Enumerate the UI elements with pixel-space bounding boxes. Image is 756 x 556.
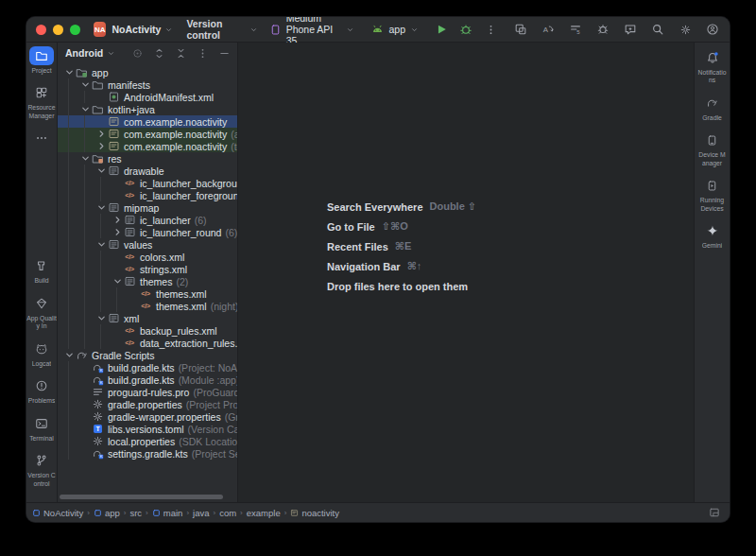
tree-row[interactable]: manifests xyxy=(58,78,237,91)
shortcut-label: Search Everywhere xyxy=(327,201,423,213)
tree-row[interactable]: </>backup_rules.xml xyxy=(58,324,237,337)
tool-window-button-build[interactable]: Build xyxy=(26,256,57,285)
breadcrumb-item[interactable]: main xyxy=(152,508,183,518)
tree-row[interactable]: ic_launcher(6) xyxy=(58,214,237,226)
tree-row[interactable]: Tlibs.versions.toml(Version Catalog) xyxy=(58,423,237,435)
tree-row[interactable]: gradle-wrapper.properties(Gradle Version… xyxy=(58,410,237,423)
breadcrumb-item[interactable]: src xyxy=(129,508,142,518)
code-assist-icon[interactable]: A xyxy=(541,22,556,37)
tree-item-annotation: (androidTest) xyxy=(231,129,237,140)
chevron-down-icon[interactable] xyxy=(95,239,107,250)
tree-row[interactable]: AndroidManifest.xml xyxy=(58,91,237,103)
module-icon xyxy=(32,509,41,517)
tool-window-button-gradle[interactable]: Gradle xyxy=(695,94,730,122)
locate-file-icon[interactable] xyxy=(129,45,145,61)
tree-row[interactable]: app xyxy=(58,66,237,78)
tree-row[interactable]: values xyxy=(58,238,237,251)
tool-window-button-running-devices[interactable]: Running Devices xyxy=(695,176,730,213)
chevron-down-icon[interactable] xyxy=(63,350,75,360)
tool-window-button-logcat[interactable]: Logcat xyxy=(26,339,57,368)
tree-row[interactable]: Kbuild.gradle.kts(Project: NoActivity) xyxy=(58,361,237,374)
tree-row[interactable]: mipmap xyxy=(58,201,237,214)
tree-horizontal-scrollbar[interactable] xyxy=(60,495,230,499)
tool-window-button-gemini[interactable]: Gemini xyxy=(695,221,730,250)
chevron-down-icon[interactable] xyxy=(112,276,123,287)
chevron-down-icon[interactable] xyxy=(79,153,91,164)
tool-window-button-more[interactable] xyxy=(26,129,57,148)
tree-row[interactable]: themes(2) xyxy=(58,275,237,287)
breadcrumb-item[interactable]: example xyxy=(247,508,281,518)
build-variants-icon[interactable]: 5 xyxy=(568,22,583,37)
tree-row[interactable]: proguard-rules.pro(ProGuard Rules for ":… xyxy=(58,386,237,398)
tree-row[interactable]: </>data_extraction_rules.xml xyxy=(58,337,237,349)
chevron-down-icon[interactable] xyxy=(95,202,107,213)
tool-window-button-resource-manager[interactable]: Resource Manager xyxy=(26,83,57,120)
tool-window-button-terminal[interactable]: Terminal xyxy=(26,414,57,443)
chevron-down-icon[interactable] xyxy=(63,67,75,78)
debug-icon[interactable] xyxy=(458,22,473,37)
chevron-down-icon[interactable] xyxy=(95,313,107,323)
chevron-down-icon[interactable] xyxy=(79,104,91,114)
project-view-selector[interactable]: Android xyxy=(65,47,103,59)
tree-row[interactable]: drawable xyxy=(58,165,237,177)
app-inspection-icon[interactable] xyxy=(595,22,610,37)
tool-window-button-notifications[interactable]: Notifications xyxy=(695,48,730,85)
tree-row[interactable]: com.example.noactivity(test) xyxy=(58,140,237,152)
tree-row[interactable]: com.example.noactivity(androidTest) xyxy=(58,128,237,140)
tree-row[interactable]: local.properties(SDK Location) xyxy=(58,435,237,447)
breadcrumb-item[interactable]: java xyxy=(193,508,209,518)
tree-row[interactable]: </>themes.xml xyxy=(58,287,237,300)
close-window-icon[interactable] xyxy=(36,25,46,35)
project-menu[interactable]: NoActivity xyxy=(112,24,173,35)
tree-row[interactable]: xml xyxy=(58,312,237,324)
expand-all-icon[interactable] xyxy=(151,45,166,61)
tree-row[interactable]: ic_launcher_round(6) xyxy=(58,226,237,238)
collapse-all-icon[interactable] xyxy=(173,45,188,61)
gemini-chat-icon[interactable] xyxy=(623,22,638,37)
breadcrumb-item[interactable]: com xyxy=(219,508,236,518)
settings-icon[interactable] xyxy=(678,22,693,37)
hide-panel-icon[interactable] xyxy=(216,45,232,61)
more-kebab-icon[interactable] xyxy=(483,22,498,37)
tree-row[interactable]: Gradle Scripts xyxy=(58,349,237,361)
zoom-window-icon[interactable] xyxy=(70,25,80,35)
tool-window-button-app-quality-in[interactable]: App Quality In xyxy=(26,294,57,331)
tree-item-annotation: (6) xyxy=(195,215,207,226)
editor-layout-icon[interactable] xyxy=(709,507,720,518)
chevron-down-icon[interactable] xyxy=(95,165,107,176)
tree-row[interactable]: com.example.noactivity xyxy=(58,115,237,128)
chevron-right-icon[interactable] xyxy=(112,215,123,225)
tree-row[interactable]: Kbuild.gradle.kts(Module :app) xyxy=(58,374,237,386)
breadcrumb-item[interactable]: noactivity xyxy=(290,508,339,518)
more-kebab-icon[interactable] xyxy=(195,45,210,61)
breadcrumb-item[interactable]: app xyxy=(94,508,120,518)
layout-inspector-icon[interactable] xyxy=(513,22,528,37)
chevron-right-icon[interactable] xyxy=(95,141,107,151)
tool-window-button-problems[interactable]: Problems xyxy=(26,376,57,405)
minimize-window-icon[interactable] xyxy=(53,25,63,35)
search-icon[interactable] xyxy=(650,22,665,37)
chevron-right-icon[interactable] xyxy=(112,227,123,237)
tree-row[interactable]: res xyxy=(58,152,237,165)
tree-row[interactable]: kotlin+java xyxy=(58,103,237,115)
vcs-menu[interactable]: Version control xyxy=(186,18,257,41)
tree-row[interactable]: </>colors.xml xyxy=(58,251,237,263)
tool-window-label: Version Control xyxy=(26,472,57,488)
chevron-down-icon[interactable] xyxy=(79,79,91,90)
gradle-file-icon: K xyxy=(91,447,104,460)
tree-row[interactable]: gradle.properties(Project Properties) xyxy=(58,398,237,410)
tree-row[interactable]: </>themes.xml(night) xyxy=(58,300,237,312)
run-config-selector[interactable]: app xyxy=(371,24,419,36)
tree-row[interactable]: </>strings.xml xyxy=(58,263,237,275)
tree-row[interactable]: </>ic_launcher_foreground.xml xyxy=(58,189,237,201)
tool-window-button-device-manager[interactable]: Device Manager xyxy=(695,130,730,167)
tool-window-button-version-control[interactable]: Version Control xyxy=(26,451,57,488)
chevron-right-icon[interactable] xyxy=(95,129,107,139)
tree-row[interactable]: Ksettings.gradle.kts(Project Settings) xyxy=(58,447,237,460)
profile-icon[interactable] xyxy=(705,22,720,37)
tree-row[interactable]: </>ic_launcher_background.xml xyxy=(58,177,237,189)
run-play-icon[interactable] xyxy=(434,22,449,37)
tool-window-button-project[interactable]: Project xyxy=(26,46,57,75)
tree-item-label: xml xyxy=(124,313,139,324)
breadcrumb-item[interactable]: NoActivity xyxy=(32,508,83,518)
